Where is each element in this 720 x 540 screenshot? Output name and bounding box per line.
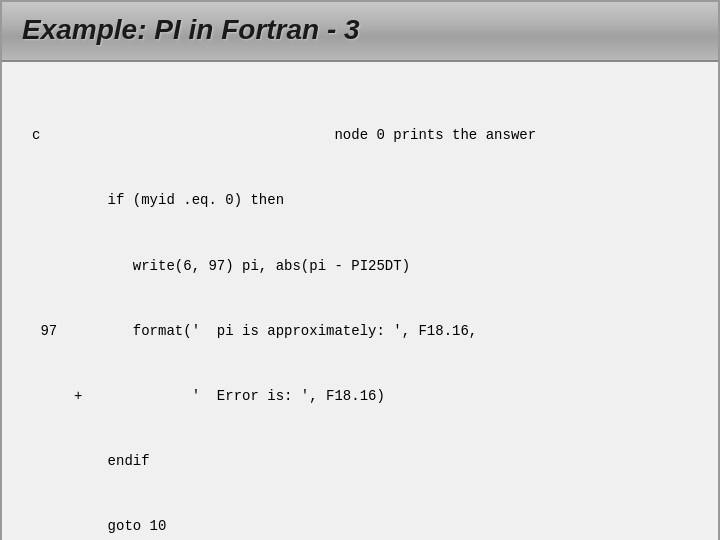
code-line-1: c node 0 prints the answer bbox=[32, 125, 688, 147]
code-line-2: if (myid .eq. 0) then bbox=[32, 190, 688, 212]
slide-body: c node 0 prints the answer if (myid .eq.… bbox=[2, 62, 718, 540]
code-block: c node 0 prints the answer if (myid .eq.… bbox=[32, 82, 688, 540]
slide-title: Example: PI in Fortran - 3 bbox=[22, 14, 360, 46]
code-line-6: endif bbox=[32, 451, 688, 473]
slide-header: Example: PI in Fortran - 3 bbox=[2, 2, 718, 62]
code-line-4: 97 format(' pi is approximately: ', F18.… bbox=[32, 321, 688, 343]
slide: Example: PI in Fortran - 3 c node 0 prin… bbox=[0, 0, 720, 540]
code-line-3: write(6, 97) pi, abs(pi - PI25DT) bbox=[32, 256, 688, 278]
code-line-7: goto 10 bbox=[32, 516, 688, 538]
code-line-5: + ' Error is: ', F18.16) bbox=[32, 386, 688, 408]
